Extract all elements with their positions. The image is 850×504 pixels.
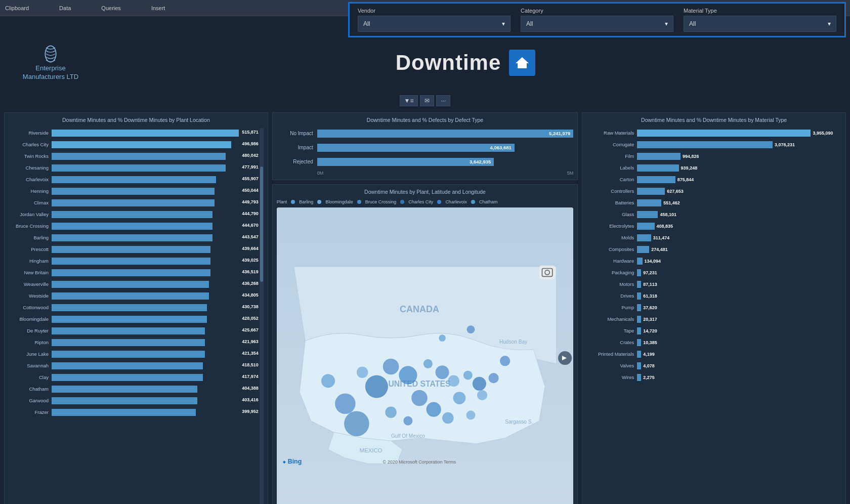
bar-label: Controllers (586, 188, 637, 194)
bar-label: Charlevoix (9, 177, 52, 182)
bar-fill: 480,042 (52, 153, 226, 160)
map-dot-3 (357, 367, 368, 379)
bar-label: Tape (586, 328, 637, 333)
map-dot-18 (403, 416, 412, 426)
list-item: Climax449,793 (9, 198, 260, 208)
bar-track: 274,481 (637, 246, 841, 253)
bar-track: 994,826 (637, 153, 841, 160)
list-item: Crates10,385 (586, 338, 841, 348)
data-menu[interactable]: Data (59, 5, 71, 11)
bar-track: 551,462 (637, 199, 841, 206)
bar-value: 20,317 (643, 317, 657, 322)
bar-track: 4,078 (637, 362, 841, 369)
defect-bar-value: 4,063,681 (490, 145, 511, 150)
bar-value: 477,991 (242, 164, 259, 170)
map-legend-label: Plant (277, 199, 287, 204)
title-area: Downtime (91, 50, 840, 76)
bar-value: 439,664 (242, 246, 259, 251)
bar-fill (637, 269, 641, 276)
bar-label: Barling (9, 235, 52, 240)
canada-label: CANADA (400, 305, 439, 315)
defect-bar-label: Impact (277, 145, 317, 150)
defect-bar-track: 5,241,979 (317, 130, 574, 138)
bar-label: Clay (9, 374, 52, 380)
camera-button[interactable] (539, 266, 556, 279)
list-item: Impact4,063,681 (277, 142, 574, 153)
list-item: Molds311,474 (586, 233, 841, 243)
bar-value: 418,510 (242, 362, 259, 367)
bar-fill (637, 211, 658, 218)
list-item: Charles City496,986 (9, 140, 260, 150)
material-type-value: All (689, 20, 696, 27)
list-item: Labels939,248 (586, 163, 841, 173)
bar-value: 939,248 (681, 165, 698, 171)
bar-track: 20,317 (637, 316, 841, 323)
email-icon-button[interactable]: ✉ (420, 95, 434, 106)
bar-track: 515,871 (52, 130, 260, 137)
bar-value: 2,275 (643, 375, 655, 380)
main-content: Downtime Minutes and % Downtime Minutes … (0, 108, 850, 504)
material-type-select[interactable]: All ▾ (684, 16, 836, 32)
vendor-select[interactable]: All ▾ (358, 16, 511, 32)
map-legend: PlantBarlingBloomingdaleBruce CrossingCh… (277, 199, 574, 204)
bar-track: 61,318 (637, 292, 841, 300)
bar-track: 627,653 (637, 188, 841, 195)
bar-fill (637, 292, 641, 300)
bar-track: 421,963 (52, 339, 260, 346)
list-item: Packaging97,231 (586, 268, 841, 278)
home-button[interactable] (509, 50, 535, 76)
bar-fill: 418,510 (52, 362, 203, 369)
bar-value: 425,667 (242, 327, 259, 332)
bar-track: 421,354 (52, 351, 260, 358)
list-item: New Britain436,519 (9, 268, 260, 278)
vendor-filter-group: Vendor All ▾ (358, 8, 511, 32)
bar-track: 434,805 (52, 292, 260, 300)
category-select[interactable]: All ▾ (521, 16, 673, 32)
insert-menu[interactable]: Insert (151, 5, 165, 11)
bar-value: 87,113 (643, 282, 657, 287)
map-title: Downtime Minutes by Plant, Latitude and … (277, 189, 574, 196)
bar-track: 875,844 (637, 176, 841, 183)
list-item: Film994,826 (586, 151, 841, 161)
bar-label: Labels (586, 165, 637, 171)
middle-panel: Downtime Minutes and % Defects by Defect… (268, 112, 582, 504)
queries-menu[interactable]: Queries (101, 5, 121, 11)
material-type-chart[interactable]: Raw Materials3,955,090Corrugate3,078,231… (586, 128, 841, 504)
defect-bar-fill: 3,642,935 (317, 158, 494, 166)
bar-label: Hardware (586, 258, 637, 264)
bar-label: Batteries (586, 200, 637, 205)
map-panel: Downtime Minutes by Plant, Latitude and … (272, 184, 578, 504)
more-options-button[interactable]: ··· (436, 95, 450, 106)
mexico-label: MEXICO (360, 447, 382, 453)
bar-value: 515,871 (242, 130, 259, 135)
bar-fill (637, 327, 641, 334)
legend-plant-name: Charles City (408, 199, 433, 204)
defect-bar-label: Rejected (277, 159, 317, 164)
bar-track: 404,388 (52, 386, 260, 393)
category-filter-group: Category All ▾ (521, 8, 673, 32)
plant-location-chart[interactable]: Riverside515,871Charles City496,986Twin … (9, 128, 260, 504)
bar-track: 87,113 (637, 281, 841, 288)
bar-track: 444,670 (52, 223, 260, 230)
bar-label: Corrugate (586, 142, 637, 147)
vendor-chevron-icon: ▾ (502, 20, 505, 27)
bar-value: 3,955,090 (813, 131, 833, 136)
filter-icon-button[interactable]: ▼≡ (400, 95, 418, 106)
bar-value: 444,670 (242, 223, 259, 228)
bar-label: Riverside (9, 130, 52, 136)
list-item: Charlevoix455,907 (9, 175, 260, 185)
bar-label: Cottonwood (9, 305, 52, 310)
bar-fill: 449,793 (52, 199, 215, 206)
bar-fill (637, 176, 675, 183)
clipboard-menu[interactable]: Clipboard (5, 5, 29, 11)
bar-label: Motors (586, 281, 637, 287)
map-dot-7 (435, 366, 449, 380)
list-item: Weaverville436,268 (9, 279, 260, 289)
map-copyright: © 2020 Microsoft Corporation Terms (382, 460, 456, 465)
bar-value: 449,793 (242, 199, 259, 204)
us-label: UNITED STATES (388, 380, 450, 388)
bar-label: Chatham (9, 386, 52, 392)
bar-label: Wires (586, 374, 637, 380)
bar-value: 480,042 (242, 153, 259, 158)
sub-toolbar: ▼≡ ✉ ··· (0, 93, 850, 108)
